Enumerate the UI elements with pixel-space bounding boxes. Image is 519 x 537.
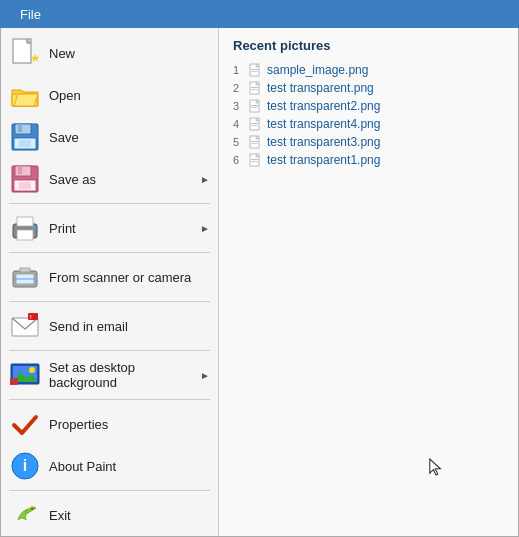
svg-rect-22 (20, 268, 30, 272)
file-number: 4 (233, 118, 245, 130)
about-icon: i (9, 450, 41, 482)
svg-rect-56 (251, 159, 258, 160)
print-icon (9, 212, 41, 244)
svg-rect-57 (251, 161, 258, 162)
svg-rect-44 (251, 105, 258, 106)
menu-item-print[interactable]: Print ► (1, 207, 218, 249)
save-as-arrow: ► (200, 174, 210, 185)
svg-rect-36 (251, 69, 258, 70)
svg-rect-17 (17, 217, 33, 226)
file-name: test transparent3.png (267, 135, 380, 149)
cursor-indicator (428, 457, 444, 477)
svg-rect-16 (17, 230, 33, 240)
divider-1 (9, 203, 210, 204)
file-number: 5 (233, 136, 245, 148)
recent-file-item[interactable]: 6test transparent1.png (233, 153, 504, 167)
file-icon (249, 63, 263, 77)
svg-rect-12 (18, 166, 22, 174)
file-number: 2 (233, 82, 245, 94)
print-arrow: ► (200, 223, 210, 234)
recent-file-item[interactable]: 3test transparent2.png (233, 99, 504, 113)
recent-pictures-title: Recent pictures (233, 38, 504, 53)
divider-5 (9, 399, 210, 400)
svg-rect-40 (251, 87, 258, 88)
menu-item-properties[interactable]: Properties (1, 403, 218, 445)
properties-label: Properties (49, 417, 210, 432)
recent-file-item[interactable]: 2test transparent.png (233, 81, 504, 95)
divider-6 (9, 490, 210, 491)
file-number: 3 (233, 100, 245, 112)
file-icon (249, 117, 263, 131)
menu-item-open[interactable]: Open (1, 74, 218, 116)
svg-marker-4 (32, 55, 39, 62)
menu-item-new[interactable]: New (1, 32, 218, 74)
desktop-bg-icon (9, 359, 41, 391)
new-label: New (49, 46, 210, 61)
file-menu-dropdown: New Open (0, 28, 519, 537)
menu-item-save-as[interactable]: Save as ► (1, 158, 218, 200)
exit-label: Exit (49, 508, 210, 523)
file-number: 6 (233, 154, 245, 166)
left-menu-panel: New Open (1, 28, 219, 536)
menu-item-exit[interactable]: Exit (1, 494, 218, 536)
open-icon (9, 79, 41, 111)
svg-text:i: i (23, 457, 27, 474)
scanner-label: From scanner or camera (49, 270, 210, 285)
save-as-label: Save as (49, 172, 200, 187)
svg-rect-41 (251, 89, 258, 90)
svg-rect-45 (251, 107, 258, 108)
email-icon: ! (9, 310, 41, 342)
recent-file-item[interactable]: 4test transparent4.png (233, 117, 504, 131)
file-name: test transparent4.png (267, 117, 380, 131)
svg-marker-58 (430, 459, 441, 475)
svg-rect-6 (15, 124, 31, 134)
recent-files-list: 1sample_image.png2test transparent.png3t… (233, 63, 504, 167)
menu-item-desktop-bg[interactable]: Set as desktop background ► (1, 354, 218, 396)
svg-rect-30 (10, 378, 18, 385)
svg-rect-7 (18, 124, 22, 132)
scanner-icon (9, 261, 41, 293)
svg-rect-11 (15, 166, 31, 176)
file-name: test transparent2.png (267, 99, 380, 113)
file-name: sample_image.png (267, 63, 368, 77)
divider-2 (9, 252, 210, 253)
svg-rect-52 (251, 141, 258, 142)
svg-rect-14 (19, 182, 31, 189)
file-menu-tab[interactable]: File (8, 3, 53, 26)
menu-item-scanner[interactable]: From scanner or camera (1, 256, 218, 298)
menu-bar: File (0, 0, 519, 28)
file-name: test transparent1.png (267, 153, 380, 167)
file-name: test transparent.png (267, 81, 374, 95)
file-icon (249, 153, 263, 167)
svg-rect-49 (251, 125, 258, 126)
menu-item-about[interactable]: i About Paint (1, 445, 218, 487)
email-label: Send in email (49, 319, 210, 334)
svg-rect-37 (251, 71, 258, 72)
menu-item-email[interactable]: ! Send in email (1, 305, 218, 347)
about-label: About Paint (49, 459, 210, 474)
new-icon (9, 37, 41, 69)
exit-icon (9, 499, 41, 531)
desktop-bg-arrow: ► (200, 370, 210, 381)
svg-rect-9 (19, 140, 31, 147)
right-panel: Recent pictures 1sample_image.png2test t… (219, 28, 518, 536)
svg-rect-48 (251, 123, 258, 124)
file-icon (249, 81, 263, 95)
svg-rect-53 (251, 143, 258, 144)
open-label: Open (49, 88, 210, 103)
divider-3 (9, 301, 210, 302)
recent-file-item[interactable]: 5test transparent3.png (233, 135, 504, 149)
print-label: Print (49, 221, 200, 236)
divider-4 (9, 350, 210, 351)
menu-item-save[interactable]: Save (1, 116, 218, 158)
file-icon (249, 99, 263, 113)
properties-icon (9, 408, 41, 440)
file-icon (249, 135, 263, 149)
desktop-bg-label: Set as desktop background (49, 360, 200, 390)
file-number: 1 (233, 64, 245, 76)
save-label: Save (49, 130, 210, 145)
recent-file-item[interactable]: 1sample_image.png (233, 63, 504, 77)
save-as-icon (9, 163, 41, 195)
svg-rect-18 (32, 226, 35, 228)
save-icon (9, 121, 41, 153)
